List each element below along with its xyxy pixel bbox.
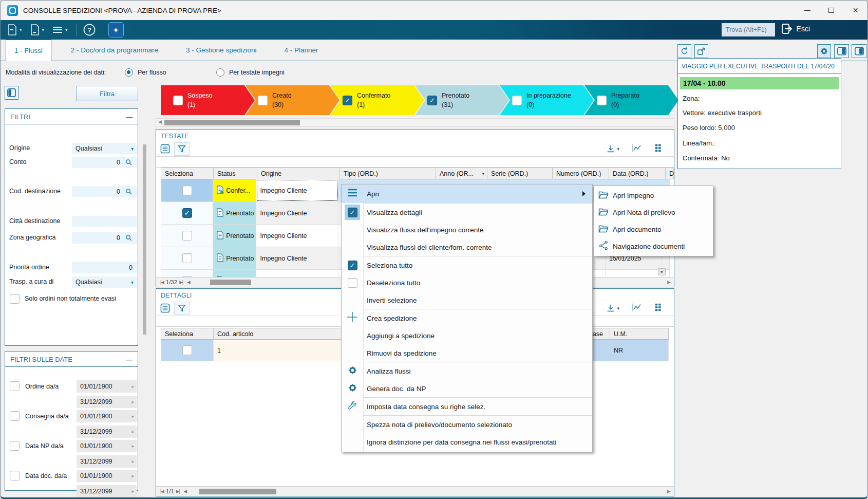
- menu-item-10[interactable]: Analizza flussi: [342, 362, 592, 380]
- tab-4[interactable]: 4 - Planner: [276, 40, 326, 61]
- settings-button[interactable]: [817, 44, 831, 58]
- ai-assistant-button[interactable]: ✦: [108, 22, 124, 38]
- last-page-icon[interactable]: ▶|: [176, 489, 180, 494]
- menu-item-7[interactable]: Crea spedizione: [342, 309, 592, 327]
- date-field-from-3[interactable]: 01/01/1900▸: [77, 470, 137, 482]
- menu-checkbox[interactable]: ✓: [348, 261, 357, 270]
- grid-layout-button[interactable]: [654, 143, 664, 155]
- testate-hscrollbar-top[interactable]: ◀: [156, 118, 674, 127]
- row-checkbox[interactable]: ✓: [182, 208, 192, 218]
- menu-item-0[interactable]: Apri: [342, 184, 592, 203]
- origine-cell[interactable]: Impegno Cliente: [256, 270, 338, 277]
- grid-view-icon[interactable]: [160, 144, 170, 154]
- status-arrow-prenotato[interactable]: ✓Prenotato(31): [415, 85, 509, 115]
- export-download-button[interactable]: ▾: [606, 304, 619, 313]
- refresh-button[interactable]: [677, 44, 691, 58]
- filter-field-2[interactable]: 0: [72, 186, 137, 197]
- select-cell[interactable]: [161, 270, 213, 277]
- menu-item-13[interactable]: Spezza nota di prelievo/documento selezi…: [342, 416, 592, 433]
- collapse-panel-icon[interactable]: —: [126, 356, 133, 363]
- filter-field-6[interactable]: Qualsiasi▾: [72, 276, 137, 288]
- search-icon[interactable]: [125, 188, 134, 196]
- menu-checkbox[interactable]: [348, 278, 357, 288]
- status-arrow-preparato[interactable]: Preparato(0): [584, 85, 678, 115]
- date-filter-checkbox-2[interactable]: [10, 441, 20, 451]
- close-button[interactable]: ✕: [843, 1, 867, 20]
- search-icon[interactable]: [125, 159, 134, 167]
- date-field-to-2[interactable]: 31/12/2099▸: [77, 455, 137, 468]
- column-header-3[interactable]: U.M.: [610, 328, 669, 340]
- filter-field-5[interactable]: 0: [72, 262, 137, 273]
- find-input[interactable]: Trova (Alt+F1): [722, 23, 775, 36]
- filter-funnel-icon[interactable]: [174, 302, 190, 315]
- minimize-button[interactable]: [795, 1, 819, 20]
- layout-pane-button-2[interactable]: [852, 44, 866, 58]
- collapse-panel-icon[interactable]: —: [126, 113, 133, 121]
- row-checkbox[interactable]: [182, 345, 192, 355]
- select-cell[interactable]: [161, 340, 214, 361]
- trip-time-bar[interactable]: 17/04 - 10.00: [680, 77, 839, 89]
- export-download-button[interactable]: ▾: [606, 144, 619, 154]
- filtra-button[interactable]: Filtra: [76, 86, 138, 101]
- menu-item-2[interactable]: Visualizza flussi dell'impegno corrente: [342, 221, 592, 238]
- date-field-from-0[interactable]: 01/01/1900▸: [77, 380, 137, 393]
- row-checkbox[interactable]: [182, 253, 192, 263]
- select-cell[interactable]: [161, 225, 213, 247]
- column-header-0[interactable]: Seleziona: [161, 168, 214, 179]
- date-field-to-1[interactable]: 31/12/2099▸: [77, 426, 137, 438]
- origine-cell[interactable]: Impegno Cliente: [256, 202, 338, 224]
- filter-funnel-icon[interactable]: [174, 142, 190, 156]
- filter-field-1[interactable]: 0: [72, 157, 137, 168]
- date-field-to-3[interactable]: 31/12/2099▸: [77, 485, 137, 497]
- date-filter-checkbox-3[interactable]: [10, 471, 20, 480]
- submenu-item-2[interactable]: Apri documento: [594, 221, 713, 238]
- menu-item-1[interactable]: ✓Visualizza dettagli: [342, 204, 592, 221]
- date-field-to-0[interactable]: 31/12/2099▸: [77, 396, 137, 408]
- grid-layout-button[interactable]: [654, 303, 664, 314]
- status-arrow-confermato[interactable]: ✓Confermato(1): [330, 85, 424, 115]
- menu-item-9[interactable]: Rimuovi da spedizione: [342, 344, 592, 362]
- menu-item-6[interactable]: Inverti selezione: [342, 291, 592, 309]
- column-header-2[interactable]: Origine: [257, 168, 340, 179]
- column-header-7[interactable]: Data (ORD.): [609, 168, 666, 179]
- date-field-from-1[interactable]: 01/01/1900▸: [77, 410, 137, 422]
- column-header-4[interactable]: Anno (OR...▾: [436, 168, 487, 179]
- chart-view-button[interactable]: [632, 143, 642, 155]
- menu-item-14[interactable]: Ignora distinzione per data consegna nei…: [342, 433, 592, 451]
- search-icon[interactable]: [125, 234, 134, 243]
- status-arrow-sospeso[interactable]: Sospeso(1): [161, 85, 255, 115]
- submenu-item-0[interactable]: Apri Impegno: [594, 187, 713, 204]
- scroll-left-icon[interactable]: ◀: [184, 489, 187, 494]
- first-page-icon[interactable]: |◀: [160, 489, 164, 494]
- column-filter-caret-icon[interactable]: ▾: [482, 171, 484, 176]
- expand-button[interactable]: [694, 44, 708, 58]
- scroll-left-icon[interactable]: ◀: [187, 280, 190, 285]
- tab-2[interactable]: 2 - Doc/ord da programmare: [63, 40, 166, 61]
- origine-cell[interactable]: Impegno Cliente: [256, 179, 338, 201]
- menu-item-12[interactable]: Imposta data consegna su righe selez.: [342, 398, 592, 415]
- column-header-6[interactable]: Numero (ORD.): [553, 168, 609, 179]
- row-combo-dropdown-icon[interactable]: ▼: [658, 268, 666, 275]
- testate-filter-row[interactable]: [156, 157, 674, 168]
- maximize-button[interactable]: [819, 1, 843, 20]
- collapse-sidebar-button[interactable]: [5, 86, 18, 100]
- first-page-icon[interactable]: |◀: [160, 280, 164, 285]
- last-page-icon[interactable]: ▶|: [179, 280, 183, 285]
- column-header-8[interactable]: D: [666, 168, 674, 179]
- filter-field-0[interactable]: Qualsiasi▾: [72, 143, 137, 154]
- status-checkbox[interactable]: [173, 96, 183, 105]
- origine-cell[interactable]: Impegno Cliente: [256, 247, 338, 269]
- row-checkbox[interactable]: [182, 231, 192, 241]
- sidebar-scrollbar[interactable]: [143, 129, 146, 350]
- status-arrow-creato[interactable]: Creato(30): [246, 85, 339, 115]
- select-cell[interactable]: [161, 247, 213, 269]
- row-checkbox[interactable]: [182, 186, 192, 195]
- menu-item-3[interactable]: Visualizza flussi del cliente/forn. corr…: [342, 238, 592, 256]
- menu-item-5[interactable]: Deseleziona tutto: [342, 274, 592, 291]
- column-header-1[interactable]: Status: [214, 168, 257, 179]
- radio-per-flusso[interactable]: Per flusso: [125, 68, 166, 77]
- hamburger-menu-button[interactable]: ▾: [51, 24, 68, 36]
- grid-view-icon[interactable]: [160, 303, 170, 313]
- tab-1[interactable]: 1 - Flussi: [6, 40, 51, 61]
- scroll-right-icon[interactable]: ▶: [667, 280, 671, 285]
